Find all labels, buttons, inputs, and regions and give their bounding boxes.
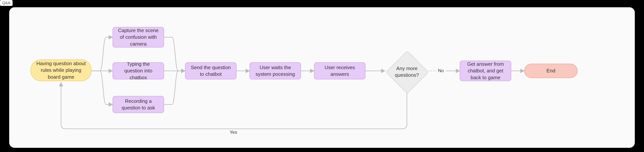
edge-capture-to-send [164, 37, 185, 71]
node-wait-label: User waits the system pocessing [254, 64, 296, 77]
diagram-canvas[interactable]: Having question about rules while playin… [9, 7, 635, 148]
node-end-label: End [546, 68, 555, 74]
node-start-label: Having question about rules while playin… [35, 60, 87, 80]
node-getback[interactable]: Get answer from chatbot, and get back to… [460, 61, 511, 81]
node-end[interactable]: End [524, 64, 578, 78]
edge-label-yes: Yes [230, 130, 237, 135]
edge-start-to-record [92, 71, 112, 104]
tab-label: Q&A [2, 1, 10, 5]
node-wait[interactable]: User waits the system pocessing [250, 62, 301, 79]
node-record-label: Recording a question to ask [117, 98, 160, 111]
tab-qa[interactable]: Q&A [0, 0, 12, 6]
node-recv-label: User receives answers [318, 64, 361, 77]
node-record[interactable]: Recording a question to ask [112, 96, 164, 113]
node-type-label: Typing the question into chatbox [117, 61, 160, 81]
edge-record-to-send [164, 71, 185, 104]
node-send-label: Send the question to chatbot [190, 64, 232, 77]
node-start[interactable]: Having question about rules while playin… [30, 60, 92, 81]
node-type[interactable]: Typing the question into chatbox [112, 62, 164, 79]
node-capture-label: Capture the scene of confusion with came… [117, 27, 160, 47]
node-send[interactable]: Send the question to chatbot [185, 62, 236, 79]
edge-label-no: No [438, 68, 444, 73]
edge-start-to-capture [92, 37, 112, 71]
node-recv[interactable]: User receives answers [314, 62, 366, 79]
node-decision[interactable]: Any more questions? [385, 50, 429, 94]
node-decision-label: Any more questions? [385, 50, 429, 94]
node-getback-label: Get answer from chatbot, and get back to… [464, 61, 507, 81]
node-capture[interactable]: Capture the scene of confusion with came… [112, 27, 164, 48]
